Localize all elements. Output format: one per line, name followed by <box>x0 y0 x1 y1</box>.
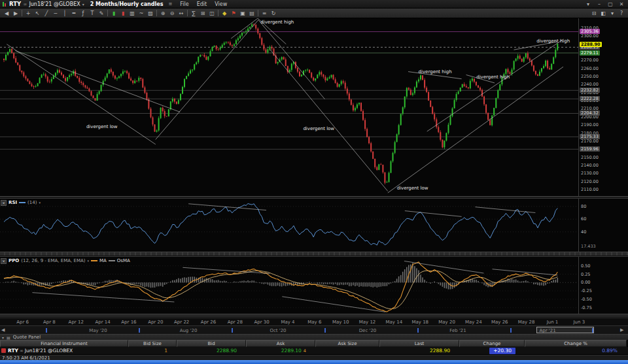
timeframe-label[interactable]: 2 Months/Hourly candles <box>90 1 164 7</box>
ppo-close-button[interactable]: ✕ <box>1 258 7 264</box>
price-level-label[interactable]: 2204.32 <box>580 110 600 116</box>
menu-view[interactable]: View <box>215 1 227 7</box>
panel-splitter[interactable] <box>0 252 628 256</box>
quote-column-header[interactable]: Last <box>379 340 459 347</box>
trendline-icon[interactable]: ╱ <box>42 9 51 18</box>
maximize-icon[interactable]: ▢ <box>606 1 614 7</box>
line-style-icon[interactable]: ~ <box>137 9 146 18</box>
close-icon[interactable]: ✕ <box>618 1 625 7</box>
help-icon[interactable]: ? <box>617 9 626 18</box>
price-level-label[interactable]: 2279.11 <box>580 50 600 56</box>
trendline[interactable] <box>7 44 156 144</box>
contract-dropdown-icon[interactable]: ▾ <box>82 2 84 7</box>
dropdown-icon[interactable]: ▾ <box>608 9 617 18</box>
price-chart-panel[interactable]: divergent highdivergent lowdivergent low… <box>0 18 628 196</box>
trendline[interactable] <box>405 211 462 217</box>
fibonacci-icon[interactable]: ƒ <box>78 9 88 18</box>
rsi-panel[interactable]: 80604017.433 ✕ RSI (14) ▾ <box>0 198 628 252</box>
channel-icon[interactable]: ═ <box>69 9 78 18</box>
settings-icon[interactable]: ≡ <box>260 9 269 18</box>
bar-style-icon[interactable]: ▥ <box>128 9 137 18</box>
layout-icon[interactable]: ◫ <box>207 9 217 18</box>
quote-column-header[interactable]: Change <box>459 340 525 347</box>
instrument-symbol: RTY <box>8 348 18 354</box>
vertical-line-icon[interactable]: │ <box>60 9 69 18</box>
ppo-params[interactable]: (12, 26, 9 - EMA, EMA, EMA) <box>21 258 85 263</box>
trendline[interactable] <box>270 49 388 191</box>
minimize-icon[interactable]: – <box>595 1 603 7</box>
rsi-dropdown-icon[interactable]: ▾ <box>39 201 41 205</box>
forward-icon[interactable]: ▶ <box>11 9 20 18</box>
rsi-axis[interactable]: 80604017.433 <box>578 199 628 252</box>
zoom-out-icon[interactable]: ⊖ <box>167 9 177 18</box>
text-tool-icon[interactable]: T <box>88 9 97 18</box>
indicators-icon[interactable]: ∑ <box>189 9 198 18</box>
contract-label[interactable]: Jun18'21 @GLOBEX <box>29 1 80 7</box>
date-axis[interactable]: Apr 6Apr 8Apr 12Apr 14Apr 16Apr 20Apr 22… <box>0 318 628 325</box>
price-level-label[interactable]: 2232.82 <box>580 88 600 93</box>
trendline[interactable] <box>493 269 558 275</box>
price-level-label[interactable]: 2305.36 <box>580 29 600 34</box>
candlestick-down-icon[interactable]: ▮ <box>118 9 128 18</box>
menu-file[interactable]: File <box>180 1 188 7</box>
candlestick-up-icon[interactable]: ▮ <box>109 9 118 18</box>
quote-table-row[interactable]: RTY ∞ Jun18'21 @GLOBEX 1 2288.90 2289.10… <box>0 347 628 355</box>
quote-panel-collapse-icon[interactable]: ▾ <box>2 335 4 340</box>
candlestick-chart[interactable]: divergent highdivergent lowdivergent low… <box>0 18 578 196</box>
crosshair-icon[interactable]: + <box>24 9 33 18</box>
quote-column-header[interactable]: Financial Instrument <box>0 340 128 347</box>
horizontal-line-icon[interactable]: ─ <box>51 9 60 18</box>
back-icon[interactable]: ◀ <box>2 9 11 18</box>
trendline[interactable] <box>388 67 563 193</box>
snapshot-icon[interactable]: ▣ <box>238 9 247 18</box>
refresh-icon[interactable]: ↻ <box>269 9 278 18</box>
trendline[interactable] <box>475 207 535 213</box>
rsi-title[interactable]: RSI <box>9 200 17 205</box>
quote-column-header[interactable]: Bid <box>177 340 246 347</box>
ppo-dropdown-icon[interactable]: ▾ <box>87 259 89 263</box>
panel-grid-icon[interactable]: ⊟ <box>589 9 599 18</box>
price-level-label[interactable]: 2159.96 <box>580 146 600 152</box>
draw-icon[interactable]: ✎ <box>97 9 106 18</box>
quote-column-header[interactable]: Ask Size <box>315 340 379 347</box>
rsi-plot[interactable] <box>0 199 578 252</box>
ppo-title[interactable]: PPO <box>9 258 19 263</box>
nav-right-arrow[interactable]: ▶ <box>620 327 623 333</box>
ppo-osma-legend[interactable]: OsMA <box>117 258 130 263</box>
zoom-in-icon[interactable]: ⊕ <box>158 9 167 18</box>
nav-left-arrow[interactable]: ◀ <box>1 327 5 333</box>
menu-edit[interactable]: Edit <box>197 1 207 7</box>
quote-column-header[interactable]: Change % <box>525 340 627 347</box>
rsi-close-button[interactable]: ✕ <box>1 200 7 206</box>
range-navigator[interactable]: ◀▶May '20Aug '20Oct '20Dec '20Feb '21Apr… <box>0 325 628 334</box>
alert-icon[interactable]: ◆ <box>220 9 229 18</box>
nav-selection-window[interactable] <box>536 327 594 333</box>
taskbar-strip[interactable] <box>0 360 628 364</box>
pan-icon[interactable]: ↔ <box>177 9 186 18</box>
grid-icon[interactable]: ⊞ <box>198 9 207 18</box>
new-window-icon[interactable]: ◧ <box>599 9 608 18</box>
ppo-panel[interactable]: 0.500.250.00-0.25-0.50-0.75 ✕ PPO (12, 2… <box>0 256 628 314</box>
price-axis[interactable]: 2110.002120.002130.002140.002150.002160.… <box>578 18 628 196</box>
quote-column-header[interactable]: Bid Size <box>128 340 177 347</box>
date-label: May 24 <box>465 320 482 325</box>
price-level-label[interactable]: 2222.28 <box>580 96 600 101</box>
quote-column-header[interactable]: Ask <box>246 340 315 347</box>
instrument-cell[interactable]: RTY ∞ Jun18'21 @GLOBEX <box>0 347 128 355</box>
window-menu-icon[interactable]: ▾ <box>584 1 592 7</box>
rsi-params[interactable]: (14) <box>27 200 37 205</box>
quote-panel-titlebar[interactable]: ▾ ▤ Quote Panel <box>0 334 628 340</box>
flag-icon[interactable]: ⚑ <box>229 9 238 18</box>
print-icon[interactable]: ▤ <box>247 9 256 18</box>
ppo-ma-legend[interactable]: MA <box>99 258 107 263</box>
ppo-axis[interactable]: 0.500.250.00-0.25-0.50-0.75 <box>578 257 628 314</box>
pointer-icon[interactable]: ↖ <box>33 9 42 18</box>
chart-menu-icon[interactable]: ≡ <box>168 1 172 7</box>
price-level-label[interactable]: 2175.33 <box>580 134 600 139</box>
area-style-icon[interactable]: ▨ <box>146 9 155 18</box>
trendline[interactable] <box>32 293 174 302</box>
ppo-plot[interactable] <box>0 257 578 314</box>
symbol-label[interactable]: RTY <box>9 1 21 7</box>
trendline[interactable] <box>156 20 258 140</box>
trendline[interactable] <box>231 18 258 39</box>
